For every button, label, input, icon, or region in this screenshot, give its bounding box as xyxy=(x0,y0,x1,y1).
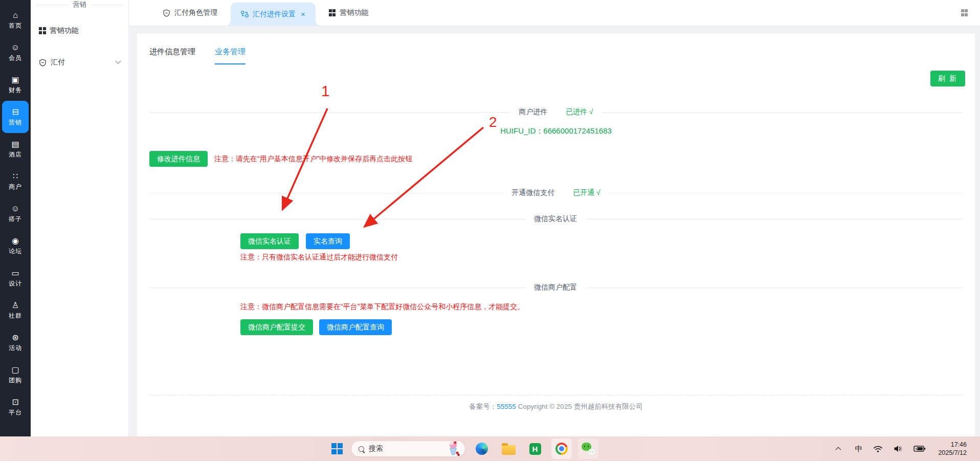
merchant-icon: ∷ xyxy=(13,172,18,181)
open-tabs-bar: 汇付角色管理 汇付进件设置 × 营销功能 xyxy=(129,0,980,26)
wxconfig-divider: 微信商户配置 xyxy=(149,282,963,293)
footer: 备案号：55555 Copyright © 2025 贵州越前科技有限公司 xyxy=(137,402,975,411)
divider-line xyxy=(149,288,526,288)
chrome-icon xyxy=(555,443,568,455)
tab-huifu-role[interactable]: 汇付角色管理 xyxy=(149,0,231,26)
close-icon[interactable]: × xyxy=(301,10,305,18)
wifi-icon[interactable] xyxy=(873,445,883,453)
divider-label: 微信商户配置 xyxy=(534,283,577,292)
forum-icon: ◉ xyxy=(12,236,19,246)
design-icon: ▭ xyxy=(11,269,19,278)
taskbar-app-wechat[interactable] xyxy=(578,438,598,459)
sidebar-item-activity[interactable]: ⊛ 活动 xyxy=(0,326,31,359)
secondary-sidebar: 营销 营销功能 汇付 xyxy=(31,0,129,436)
divider-line xyxy=(149,193,503,193)
community-icon: ♙ xyxy=(12,301,19,310)
submenu-item-label: 汇付 xyxy=(51,58,116,67)
divider-line xyxy=(586,288,963,288)
tab-label: 汇付角色管理 xyxy=(174,8,217,17)
sidebar-item-groupbuy[interactable]: ▢ 团购 xyxy=(0,359,31,391)
divider-line xyxy=(92,5,124,5)
wechat-realname-auth-button[interactable]: 微信实名认证 xyxy=(240,233,299,249)
ime-indicator[interactable]: 中 xyxy=(855,444,862,454)
sidebar-item-design[interactable]: ▭ 设计 xyxy=(0,262,31,294)
taskbar-app-chrome[interactable] xyxy=(551,438,572,459)
tray-chevron-up-icon[interactable] xyxy=(836,447,841,452)
sidebar-item-platform[interactable]: ⊡ 平台 xyxy=(0,391,31,423)
sidebar-item-community[interactable]: ♙ 社群 xyxy=(0,294,31,326)
search-highlight-sundae-icon xyxy=(448,440,460,457)
sidebar-item-label: 财务 xyxy=(9,86,22,95)
icp-link[interactable]: 55555 xyxy=(497,403,516,410)
sidebar-item-label: 搭子 xyxy=(9,215,22,224)
sidebar-item-member[interactable]: ☺ 会员 xyxy=(0,36,31,69)
taskbar: 搜索 H 中 xyxy=(0,436,980,461)
screen: ⌂ 首页 ☺ 会员 ▣ 财务 ⊟ 营销 ▤ 酒店 ∷ 商户 ☺ 搭子 ◉ 论坛 xyxy=(0,0,980,461)
submenu-title: 营销 xyxy=(31,0,128,9)
folder-icon xyxy=(502,445,516,455)
sidebar-item-buddy[interactable]: ☺ 搭子 xyxy=(0,197,31,230)
realname-note-row: 注意：只有微信实名认证通过后才能进行微信支付 xyxy=(240,253,398,262)
sidebar-item-label: 团购 xyxy=(9,376,22,385)
taskbar-clock[interactable]: 17:46 2025/7/12 xyxy=(938,441,967,457)
taskbar-app-h[interactable]: H xyxy=(525,438,545,459)
nodes-icon xyxy=(241,10,249,18)
chevron-down-icon[interactable] xyxy=(115,58,121,64)
subtab-entry-info[interactable]: 进件信息管理 xyxy=(149,47,195,64)
sidebar-item-label: 活动 xyxy=(9,344,22,353)
home-icon: ⌂ xyxy=(13,11,18,20)
speaker-icon[interactable] xyxy=(894,445,903,453)
submenu-item-marketing-功能[interactable]: 营销功能 xyxy=(31,20,128,41)
refresh-button[interactable]: 刷 新 xyxy=(930,71,965,86)
apps-grid-icon[interactable] xyxy=(961,9,968,16)
huifu-id-row: HUIFU_ID：6666000172451683 xyxy=(137,126,975,136)
modify-entry-row: 修改进件信息 注意：请先在“用户基本信息开户”中修改并保存后再点击此按钮 xyxy=(149,151,412,167)
sidebar-item-hotel[interactable]: ▤ 酒店 xyxy=(0,133,31,165)
wxconfig-submit-button[interactable]: 微信商户配置提交 xyxy=(240,319,313,335)
divider-line xyxy=(149,219,526,219)
groupbuy-icon: ▢ xyxy=(11,365,19,375)
sidebar-item-label: 平台 xyxy=(9,408,22,417)
subtabs: 进件信息管理 业务管理 xyxy=(149,47,265,64)
wxconfig-note-row: 注意：微信商户配置信息需要在“平台”菜单下配置好微信公众号和小程序信息，才能提交… xyxy=(240,302,524,312)
realname-query-button[interactable]: 实名查询 xyxy=(306,233,350,249)
primary-sidebar: ⌂ 首页 ☺ 会员 ▣ 财务 ⊟ 营销 ▤ 酒店 ∷ 商户 ☺ 搭子 ◉ 论坛 xyxy=(0,0,31,436)
sidebar-item-label: 酒店 xyxy=(9,150,22,159)
divider-line xyxy=(602,112,963,113)
windows-start-icon[interactable] xyxy=(331,443,343,454)
submenu-item-huifu[interactable]: 汇付 xyxy=(31,52,128,73)
activity-icon: ⊛ xyxy=(12,333,18,342)
subtab-business[interactable]: 业务管理 xyxy=(215,47,246,64)
sidebar-item-label: 首页 xyxy=(9,21,22,30)
realname-divider: 微信实名认证 xyxy=(149,213,963,225)
sidebar-item-home[interactable]: ⌂ 首页 xyxy=(0,4,31,36)
divider-label: 商户进件 xyxy=(519,107,547,117)
sidebar-item-marketing[interactable]: ⊟ 营销 xyxy=(2,101,29,133)
sidebar-item-merchant[interactable]: ∷ 商户 xyxy=(0,165,31,197)
grid-icon xyxy=(329,9,336,16)
divider-line xyxy=(609,193,963,193)
taskbar-app-edge[interactable] xyxy=(472,438,492,459)
submenu-item-label: 营销功能 xyxy=(50,26,121,35)
icp-label: 备案号： xyxy=(469,403,497,410)
clock-time: 17:46 xyxy=(938,441,967,449)
grid-icon xyxy=(39,27,46,34)
copyright-text: Copyright © 2025 贵州越前科技有限公司 xyxy=(518,403,643,410)
content-card: 进件信息管理 业务管理 刷 新 商户进件 已进件 √ HUIFU_ID：6666… xyxy=(137,34,975,436)
sidebar-item-label: 设计 xyxy=(9,279,22,288)
taskbar-app-explorer[interactable] xyxy=(498,438,519,459)
search-placeholder-text: 搜索 xyxy=(369,444,458,453)
sidebar-item-finance[interactable]: ▣ 财务 xyxy=(0,69,31,101)
divider-line xyxy=(149,112,510,113)
footer-divider xyxy=(149,395,963,396)
sidebar-item-forum[interactable]: ◉ 论坛 xyxy=(0,230,31,262)
tab-huifu-entry-settings[interactable]: 汇付进件设置 × xyxy=(231,3,316,26)
battery-icon[interactable] xyxy=(914,445,926,452)
wxconfig-query-button[interactable]: 微信商户配置查询 xyxy=(319,319,392,335)
submenu-title-text: 营销 xyxy=(73,0,86,9)
sidebar-item-partial[interactable]: ▢ xyxy=(0,423,31,436)
taskbar-search-box[interactable]: 搜索 xyxy=(351,441,465,457)
modify-entry-info-button[interactable]: 修改进件信息 xyxy=(149,151,208,167)
tab-marketing-功能[interactable]: 营销功能 xyxy=(316,0,382,26)
system-tray: 中 17:46 2025/7/12 xyxy=(837,441,967,457)
